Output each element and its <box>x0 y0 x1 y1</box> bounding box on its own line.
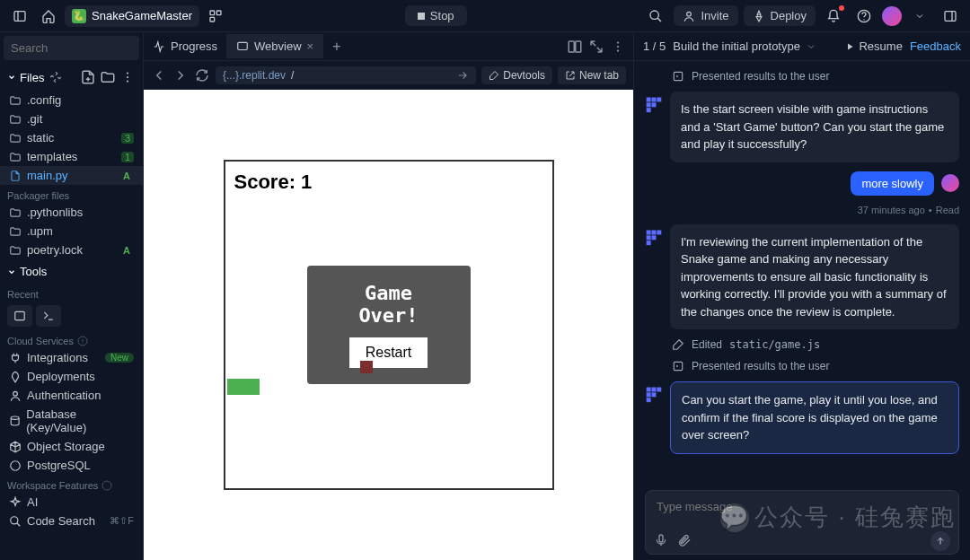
add-tab-icon[interactable]: + <box>323 33 349 60</box>
chat-body[interactable]: Presented results to the user Is the sta… <box>634 61 970 481</box>
center-column: Progress Webview× + {...}.replit.dev / D… <box>144 32 633 560</box>
user-avatar-icon <box>941 174 959 192</box>
go-icon[interactable] <box>456 69 469 82</box>
reload-icon[interactable] <box>194 67 210 83</box>
project-avatar-icon: 🐍 <box>72 9 86 23</box>
tab-progress[interactable]: Progress <box>144 34 227 58</box>
chat-input[interactable] <box>645 490 959 555</box>
packager-label: Packager files <box>0 185 143 203</box>
tools-header[interactable]: Tools <box>0 259 143 284</box>
chat-input-wrap <box>634 481 970 560</box>
svg-rect-0 <box>14 11 25 21</box>
recent-label: Recent <box>0 284 143 302</box>
snake-segment <box>243 379 260 395</box>
file-item-static[interactable]: static3 <box>0 128 143 147</box>
svg-point-20 <box>82 343 83 344</box>
help-icon[interactable] <box>851 4 877 29</box>
svg-line-26 <box>17 522 21 526</box>
chat-header: 1 / 5 Build the initial prototype Resume… <box>634 32 970 61</box>
tab-webview[interactable]: Webview× <box>227 34 323 58</box>
chevron-down-icon[interactable] <box>907 4 932 29</box>
sys-presented-2: Presented results to the user <box>645 360 959 372</box>
svg-rect-37 <box>647 102 651 107</box>
svg-rect-50 <box>647 392 651 397</box>
svg-rect-27 <box>238 42 248 49</box>
url-input[interactable]: {...}.replit.dev / <box>216 66 476 84</box>
cloud-item[interactable]: IntegrationsNew <box>0 348 143 367</box>
invite-button[interactable]: Invite <box>674 5 737 26</box>
new-folder-icon[interactable] <box>100 69 116 85</box>
stop-button[interactable]: Stop <box>405 5 467 26</box>
svg-point-31 <box>617 45 619 47</box>
game-board: Score: 1 Game Over! Restart <box>224 160 554 490</box>
resume-button[interactable]: Resume <box>844 39 902 53</box>
svg-rect-52 <box>647 398 651 402</box>
cloud-item[interactable]: Deployments <box>0 367 143 386</box>
workspace-item[interactable]: Code Search⌘⇧F <box>0 512 143 530</box>
feedback-link[interactable]: Feedback <box>910 39 961 53</box>
devtools-button[interactable]: Devtools <box>481 66 552 84</box>
svg-rect-49 <box>657 388 661 392</box>
console-tool-icon[interactable] <box>7 305 32 327</box>
webview-content: Score: 1 Game Over! Restart <box>144 90 633 560</box>
bot-avatar-icon <box>645 385 663 403</box>
new-file-icon[interactable] <box>80 69 96 85</box>
file-item-config[interactable]: .config <box>0 91 143 109</box>
deploy-button[interactable]: Deploy <box>744 5 816 26</box>
more-icon[interactable] <box>119 69 136 85</box>
file-item-templates[interactable]: templates1 <box>0 147 143 166</box>
bot-message-1: Is the start screen visible with game in… <box>645 92 959 162</box>
back-icon[interactable] <box>151 67 167 83</box>
snake-segment <box>227 379 243 395</box>
step-title-dropdown[interactable]: Build the initial prototype <box>673 39 816 53</box>
attach-icon[interactable] <box>677 533 692 551</box>
split-icon[interactable] <box>567 39 583 55</box>
shell-tool-icon[interactable] <box>36 305 61 327</box>
file-item-git[interactable]: .git <box>0 109 143 128</box>
sys-presented-1: Presented results to the user <box>645 70 959 83</box>
mic-icon[interactable] <box>654 533 668 551</box>
food <box>360 361 373 373</box>
cloud-item[interactable]: Object Storage <box>0 437 143 456</box>
packager-item[interactable]: .pythonlibs <box>0 203 143 222</box>
edited-row: Editedstatic/game.js <box>645 338 959 351</box>
svg-point-7 <box>687 12 692 16</box>
cloud-item[interactable]: PostgreSQL <box>0 456 143 475</box>
right-panel-toggle-icon[interactable] <box>938 4 963 29</box>
more-icon[interactable] <box>610 39 626 55</box>
cloud-item[interactable]: Database (Key/Value) <box>0 405 143 437</box>
user-message: more slowly <box>645 171 959 196</box>
search-input[interactable] <box>4 36 139 60</box>
svg-rect-39 <box>647 108 651 112</box>
home-icon[interactable] <box>36 4 61 29</box>
file-item-mainpy[interactable]: main.pyA <box>0 166 143 185</box>
close-icon[interactable]: × <box>307 39 314 53</box>
workspace-switcher-icon[interactable] <box>203 4 228 29</box>
svg-rect-34 <box>647 98 651 102</box>
newtab-button[interactable]: New tab <box>558 66 626 84</box>
send-button[interactable] <box>930 531 950 551</box>
workspace-label: Workspace Features <box>0 475 143 493</box>
sidebar-toggle-icon[interactable] <box>7 4 32 29</box>
project-chip[interactable]: 🐍 SnakeGameMaster <box>65 5 199 27</box>
step-indicator: 1 / 5 <box>643 39 666 53</box>
files-header[interactable]: Files <box>0 64 143 91</box>
svg-point-25 <box>11 516 18 523</box>
cloud-item[interactable]: Authentication <box>0 386 143 405</box>
expand-icon[interactable] <box>588 39 604 55</box>
forward-icon[interactable] <box>172 67 189 83</box>
svg-point-16 <box>127 80 128 82</box>
bell-icon[interactable] <box>821 4 846 29</box>
svg-rect-10 <box>945 11 956 21</box>
cloud-label: Cloud Services <box>0 330 143 348</box>
top-bar: 🐍 SnakeGameMaster Stop Invite Deploy <box>0 0 970 32</box>
svg-rect-3 <box>216 11 221 15</box>
packager-item[interactable]: poetry.lockA <box>0 241 143 259</box>
svg-rect-45 <box>647 241 651 245</box>
search-icon[interactable] <box>643 4 668 29</box>
svg-point-23 <box>11 460 21 470</box>
avatar[interactable] <box>882 6 902 26</box>
svg-rect-53 <box>659 535 663 542</box>
packager-item[interactable]: .upm <box>0 222 143 241</box>
workspace-item[interactable]: AI <box>0 493 143 512</box>
